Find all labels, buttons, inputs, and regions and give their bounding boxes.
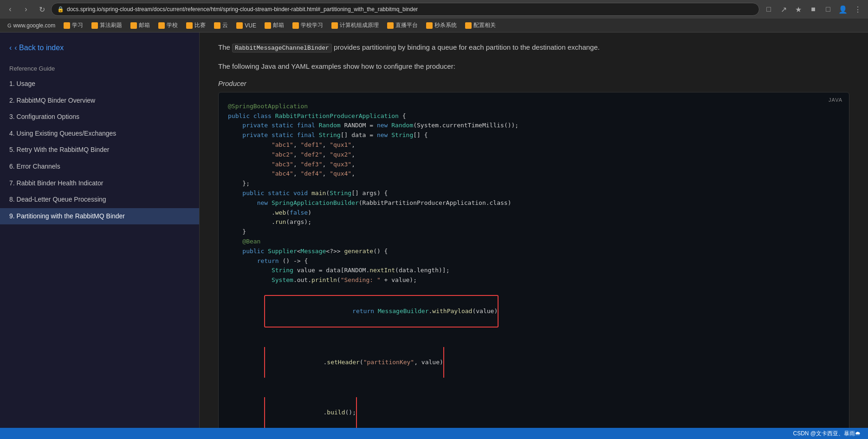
bookmark-1[interactable]: 学习 xyxy=(60,20,87,30)
prose-text-rest: provides partitioning by binding a queue… xyxy=(334,43,600,51)
bookmark-label: 邮箱 xyxy=(273,21,284,29)
lang-label: JAVA xyxy=(829,96,842,105)
bookmark-folder-icon xyxy=(426,22,433,29)
bookmark-label: 配置相关 xyxy=(473,21,496,29)
sidebar-item-label: 3. Configuration Options xyxy=(9,113,79,120)
menu-icon[interactable]: ⋮ xyxy=(851,3,864,16)
forward-button[interactable]: › xyxy=(19,3,32,16)
star-icon[interactable]: ★ xyxy=(792,3,805,16)
bookmark-5[interactable]: 比赛 xyxy=(182,20,209,30)
sidebar-section-title: Reference Guide xyxy=(0,61,199,76)
sidebar-item-health[interactable]: 7. Rabbit Binder Health Indicator xyxy=(0,175,199,192)
bookmark-label: 算法刷题 xyxy=(100,21,122,29)
bookmark-2[interactable]: 算法刷题 xyxy=(88,20,126,30)
bookmark-4[interactable]: 学校 xyxy=(155,20,181,30)
window-icon[interactable]: □ xyxy=(822,3,835,16)
sidebar-item-label: 4. Using Existing Queues/Exchanges xyxy=(9,130,116,137)
sidebar-item-error-channels[interactable]: 6. Error Channels xyxy=(0,158,199,175)
extensions-icon[interactable]: ■ xyxy=(807,3,820,16)
bookmark-folder-icon xyxy=(214,22,220,29)
code-block-producer: JAVA @SpringBootApplication public class… xyxy=(218,92,849,428)
sidebar-item-partitioning[interactable]: 9. Partitioning with the RabbitMQ Binder xyxy=(0,208,199,225)
bookmark-label: 云 xyxy=(222,21,228,29)
prose-paragraph-2: The following Java and YAML examples sho… xyxy=(218,61,849,72)
sidebar-item-label: 1. Usage xyxy=(9,80,35,87)
sidebar-item-config[interactable]: 3. Configuration Options xyxy=(0,109,199,125)
bookmark-10[interactable]: 计算机组成原理 xyxy=(328,20,382,30)
browser-chrome: ‹ › ↻ 🔒 docs.spring.io/spring-cloud-stre… xyxy=(0,0,868,33)
bookmark-12[interactable]: 秒杀系统 xyxy=(422,20,460,30)
sidebar-item-overview[interactable]: 2. RabbitMQ Binder Overview xyxy=(0,92,199,109)
bookmark-label: www.google.com xyxy=(13,22,56,29)
bookmark-13[interactable]: 配置相关 xyxy=(461,20,499,30)
share-icon[interactable]: ↗ xyxy=(777,3,790,16)
bookmark-folder-icon xyxy=(236,22,243,29)
bookmark-label: 比赛 xyxy=(194,21,206,29)
bookmark-label: 计算机组成原理 xyxy=(340,21,379,29)
bookmark-label: 邮箱 xyxy=(139,21,150,29)
bookmark-icon: G xyxy=(7,23,12,28)
bottom-bar-text: CSDN @文卡西亚、暴雨🌧 xyxy=(793,430,861,438)
browser-toolbar: ‹ › ↻ 🔒 docs.spring.io/spring-cloud-stre… xyxy=(0,0,868,19)
bookmark-folder-icon xyxy=(130,22,137,29)
bookmarks-bar: G www.google.com 学习 算法刷题 邮箱 学校 比赛 云 xyxy=(0,19,868,33)
sidebar: ‹ ‹ Back to index Reference Guide 1. Usa… xyxy=(0,33,200,428)
bookmark-11[interactable]: 直播平台 xyxy=(383,20,421,30)
content-inner: The RabbitMessageChannelBinder provides … xyxy=(200,33,868,428)
cast-icon[interactable]: □ xyxy=(762,3,775,16)
producer-label: Producer xyxy=(218,79,849,87)
bookmark-folder-icon xyxy=(91,22,98,29)
content-area[interactable]: The RabbitMessageChannelBinder provides … xyxy=(200,33,868,428)
bookmark-folder-icon xyxy=(465,22,472,29)
sidebar-item-label: 7. Rabbit Binder Health Indicator xyxy=(9,179,103,187)
refresh-button[interactable]: ↻ xyxy=(35,3,48,16)
bottom-bar: CSDN @文卡西亚、暴雨🌧 xyxy=(0,428,868,439)
back-arrow-icon: ‹ xyxy=(9,44,12,52)
sidebar-item-usage[interactable]: 1. Usage xyxy=(0,76,199,92)
profile-icon[interactable]: 👤 xyxy=(836,3,849,16)
back-button[interactable]: ‹ xyxy=(4,3,17,16)
bookmark-folder-icon xyxy=(64,22,70,29)
back-to-index-label: ‹ Back to index xyxy=(14,44,64,52)
bookmark-6[interactable]: 云 xyxy=(210,20,232,30)
sidebar-item-retry[interactable]: 5. Retry With the RabbitMQ Binder xyxy=(0,142,199,158)
bookmark-label: 秒杀系统 xyxy=(434,21,457,29)
bookmark-7[interactable]: VUE xyxy=(233,21,260,30)
back-to-index-link[interactable]: ‹ ‹ Back to index xyxy=(0,38,199,61)
main-layout: ‹ ‹ Back to index Reference Guide 1. Usa… xyxy=(0,33,868,428)
bookmark-label: 学习 xyxy=(72,21,83,29)
bookmark-label: 直播平台 xyxy=(395,21,418,29)
bookmark-folder-icon xyxy=(265,22,271,29)
prose-text-the: The xyxy=(218,43,232,51)
bookmark-folder-icon xyxy=(158,22,165,29)
bookmark-8[interactable]: 邮箱 xyxy=(261,20,288,30)
prose-paragraph-1: The RabbitMessageChannelBinder provides … xyxy=(218,42,849,53)
bookmark-label: VUE xyxy=(245,22,256,29)
sidebar-item-label: 6. Error Channels xyxy=(9,163,60,170)
toolbar-icons: □ ↗ ★ ■ □ 👤 ⋮ xyxy=(762,3,864,16)
bookmark-folder-icon xyxy=(292,22,299,29)
sidebar-item-label: 9. Partitioning with the RabbitMQ Binder xyxy=(9,212,125,220)
sidebar-item-label: 8. Dead-Letter Queue Processing xyxy=(9,196,106,203)
lock-icon: 🔒 xyxy=(57,6,64,13)
sidebar-item-dead-letter[interactable]: 8. Dead-Letter Queue Processing xyxy=(0,191,199,208)
bookmark-3[interactable]: 邮箱 xyxy=(127,20,154,30)
sidebar-item-label: 2. RabbitMQ Binder Overview xyxy=(9,97,95,104)
bookmark-folder-icon xyxy=(186,22,193,29)
address-bar[interactable]: 🔒 docs.spring.io/spring-cloud-stream/doc… xyxy=(51,3,759,16)
bookmark-9[interactable]: 学校学习 xyxy=(289,20,327,30)
bookmark-folder-icon xyxy=(331,22,338,29)
sidebar-item-label: 5. Retry With the RabbitMQ Binder xyxy=(9,146,110,153)
inline-code-binder: RabbitMessageChannelBinder xyxy=(232,44,332,52)
bookmark-label: 学校学习 xyxy=(301,21,323,29)
bookmark-google[interactable]: G www.google.com xyxy=(4,21,59,30)
sidebar-item-queues[interactable]: 4. Using Existing Queues/Exchanges xyxy=(0,125,199,142)
url-text: docs.spring.io/spring-cloud-stream/docs/… xyxy=(67,6,418,13)
bookmark-label: 学校 xyxy=(167,21,178,29)
bookmark-folder-icon xyxy=(387,22,394,29)
